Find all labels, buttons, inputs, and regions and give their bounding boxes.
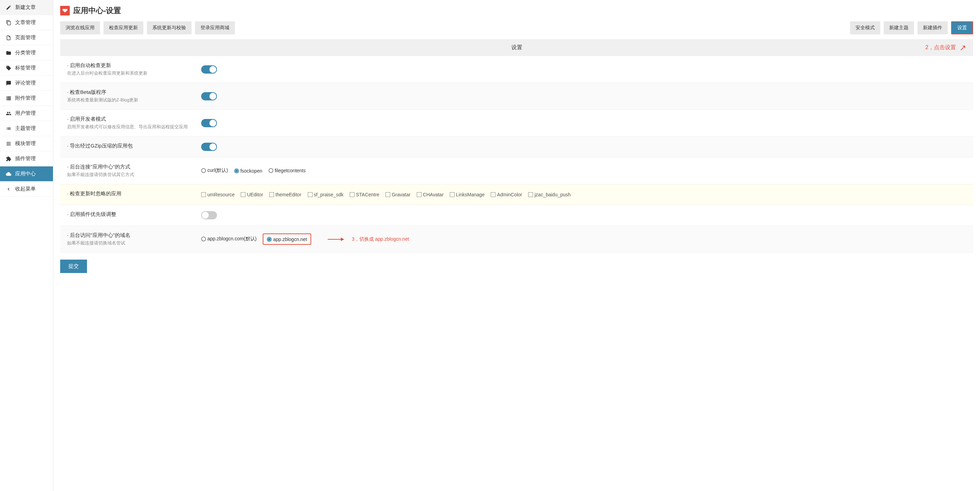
main-content: 应用中心-设置 浏览在线应用检查应用更新系统更新与校验登录应用商城 安全模式新建… <box>53 0 980 491</box>
toolbar-btn-right-2[interactable]: 新建插件 <box>917 21 948 34</box>
radio-option-1[interactable]: fsockopen <box>234 168 262 174</box>
checkbox-box-icon <box>350 192 355 197</box>
radio-option-0[interactable]: curl(默认) <box>201 167 228 174</box>
settings-list: 启用自动检查更新在进入后台时会检查应用更新和系统更新检查Beta版程序系统将检查… <box>60 56 973 253</box>
users-icon <box>5 110 12 116</box>
toggle-switch[interactable] <box>201 119 217 127</box>
radio-label: app.zblogcn.com(默认) <box>207 236 256 242</box>
sidebar-item-label: 附件管理 <box>15 95 36 102</box>
toolbar-btn-left-1[interactable]: 检查应用更新 <box>103 21 143 34</box>
toolbar-btn-left-2[interactable]: 系统更新与校验 <box>147 21 191 34</box>
edit-icon <box>5 5 12 11</box>
settings-label: 导出经过GZip压缩的应用包 <box>60 137 201 157</box>
settings-row-7: 后台访问"应用中心"的域名如果不能连接请切换域名尝试app.zblogcn.co… <box>60 226 973 253</box>
setting-desc: 在进入后台时会检查应用更新和系统更新 <box>67 70 194 76</box>
submit-button[interactable]: 提交 <box>60 260 87 273</box>
setting-title: 后台连接"应用中心"的方式 <box>67 164 194 170</box>
setting-title: 检查更新时忽略的应用 <box>67 191 194 197</box>
setting-title: 启用自动检查更新 <box>67 62 194 69</box>
submit-area: 提交 <box>60 260 973 273</box>
checkbox-label: LinksManage <box>456 192 485 197</box>
settings-row-6: 启用插件优先级调整 <box>60 205 973 226</box>
sidebar-item-6[interactable]: 附件管理 <box>0 91 53 106</box>
settings-control <box>201 205 973 226</box>
radio-option-0[interactable]: app.zblogcn.com(默认) <box>201 236 256 242</box>
toolbar-right: 安全模式新建主题新建插件设置 <box>850 21 973 34</box>
checkbox-option-3[interactable]: sf_praise_sdk <box>308 192 344 197</box>
app-logo-icon <box>60 6 70 16</box>
settings-header-title: 设置 <box>511 44 522 50</box>
checkbox-option-9[interactable]: jzac_baidu_push <box>528 192 571 197</box>
toolbar-btn-left-0[interactable]: 浏览在线应用 <box>60 21 100 34</box>
settings-label: 启用插件优先级调整 <box>60 205 201 226</box>
settings-label: 后台访问"应用中心"的域名如果不能连接请切换域名尝试 <box>60 226 201 253</box>
settings-label: 检查更新时忽略的应用 <box>60 184 201 205</box>
settings-section-header: 设置 2，点击设置 ↗ <box>60 39 973 56</box>
checkbox-box-icon <box>201 192 206 197</box>
setting-desc: 如果不能连接请切换尝试其它方式 <box>67 172 194 178</box>
checkbox-label: CHAvatar <box>423 192 444 197</box>
radio-circle-icon <box>269 168 274 173</box>
cloud-icon <box>5 171 12 177</box>
settings-control <box>201 110 973 136</box>
setting-title: 检查Beta版程序 <box>67 89 194 95</box>
annotation-step-2: 2，点击设置 ↗ <box>925 43 966 52</box>
sidebar-item-label: 主题管理 <box>15 125 36 132</box>
checkbox-option-4[interactable]: STACentre <box>350 192 379 197</box>
sidebar-item-3[interactable]: 分类管理 <box>0 45 53 60</box>
collapse-icon <box>5 186 12 192</box>
page-title: 应用中心-设置 <box>73 5 121 16</box>
sidebar-item-12[interactable]: 收起菜单 <box>0 181 53 197</box>
settings-row-4: 后台连接"应用中心"的方式如果不能连接请切换尝试其它方式curl(默认)fsoc… <box>60 157 973 184</box>
checkbox-box-icon <box>450 192 455 197</box>
sidebar-item-1[interactable]: 文章管理 <box>0 15 53 30</box>
settings-row-1: 检查Beta版程序系统将检查最新测试版的Z-Blog更新 <box>60 83 973 110</box>
sidebar-item-2[interactable]: 页面管理 <box>0 30 53 45</box>
checkbox-option-5[interactable]: Gravatar <box>385 192 410 197</box>
sidebar-item-label: 评论管理 <box>15 80 36 86</box>
sidebar-item-10[interactable]: 插件管理 <box>0 151 53 167</box>
radio-label: filegetcontents <box>275 168 306 173</box>
checkbox-option-7[interactable]: LinksManage <box>450 192 485 197</box>
sidebar-item-0[interactable]: 新建文章 <box>0 0 53 15</box>
radio-circle-icon <box>267 237 272 242</box>
toolbar-btn-left-3[interactable]: 登录应用商城 <box>195 21 235 34</box>
theme-icon <box>5 126 12 132</box>
toggle-switch[interactable] <box>201 92 217 100</box>
sidebar-item-9[interactable]: 模块管理 <box>0 136 53 151</box>
toolbar-btn-right-1[interactable]: 新建主题 <box>884 21 914 34</box>
radio-option-2[interactable]: filegetcontents <box>269 168 306 173</box>
radio-label: curl(默认) <box>207 167 228 174</box>
toggle-switch[interactable] <box>201 65 217 73</box>
setting-desc: 如果不能连接请切换域名尝试 <box>67 240 194 246</box>
settings-row-5: 检查更新时忽略的应用umResourceUEditorthemeEditorsf… <box>60 184 973 205</box>
settings-row-3: 导出经过GZip压缩的应用包 <box>60 137 973 157</box>
settings-label: 启用自动检查更新在进入后台时会检查应用更新和系统更新 <box>60 56 201 83</box>
sidebar-item-4[interactable]: 标签管理 <box>0 60 53 76</box>
settings-label: 检查Beta版程序系统将检查最新测试版的Z-Blog更新 <box>60 83 201 109</box>
settings-row-0: 启用自动检查更新在进入后台时会检查应用更新和系统更新 <box>60 56 973 83</box>
checkbox-option-0[interactable]: umResource <box>201 192 234 197</box>
sidebar-item-7[interactable]: 用户管理 <box>0 106 53 121</box>
checkbox-label: umResource <box>207 192 234 197</box>
checkbox-box-icon <box>528 192 533 197</box>
sidebar-item-5[interactable]: 评论管理 <box>0 76 53 91</box>
comment-icon <box>5 80 12 86</box>
toggle-switch[interactable] <box>201 211 217 219</box>
plugin-icon <box>5 156 12 162</box>
toolbar-btn-right-3[interactable]: 设置 <box>951 21 973 34</box>
checkbox-option-6[interactable]: CHAvatar <box>417 192 444 197</box>
settings-control: app.zblogcn.com(默认)app.zblogcn.net3，切换成 … <box>201 226 973 253</box>
checkbox-option-8[interactable]: AdminColor <box>491 192 522 197</box>
toolbar-left: 浏览在线应用检查应用更新系统更新与校验登录应用商城 <box>60 21 235 34</box>
sidebar-item-8[interactable]: 主题管理 <box>0 121 53 136</box>
arrow-icon <box>328 239 342 240</box>
sidebar-item-label: 标签管理 <box>15 65 36 71</box>
sidebar-item-11[interactable]: 应用中心 <box>0 167 53 181</box>
checkbox-option-2[interactable]: themeEditor <box>269 192 301 197</box>
checkbox-box-icon <box>417 192 422 197</box>
toggle-switch[interactable] <box>201 143 217 151</box>
checkbox-option-1[interactable]: UEditor <box>241 192 263 197</box>
radio-option-1[interactable]: app.zblogcn.net <box>267 237 307 242</box>
toolbar-btn-right-0[interactable]: 安全模式 <box>850 21 880 34</box>
